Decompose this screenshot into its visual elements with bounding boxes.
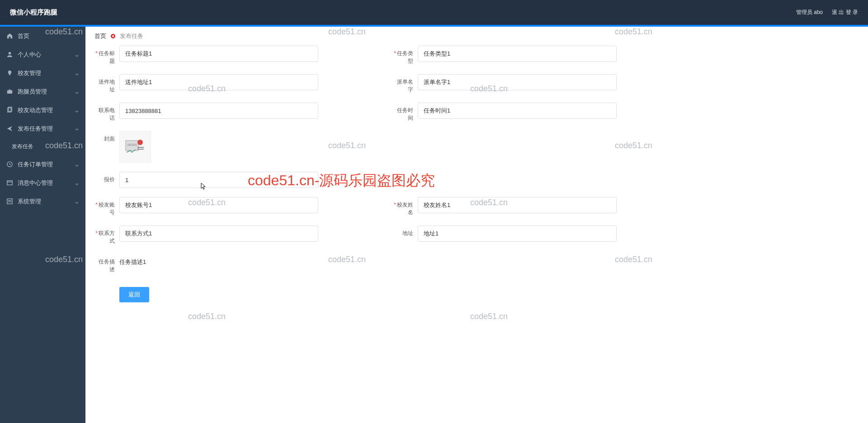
news-image-icon: NEWS	[124, 138, 146, 156]
alumni-account-input[interactable]	[119, 197, 318, 213]
sidebar-item-system[interactable]: 系统管理	[0, 192, 85, 211]
contact-way-label: *联系方式	[94, 226, 119, 245]
send-icon	[6, 125, 13, 132]
svg-text:NEWS: NEWS	[127, 143, 137, 146]
breadcrumb: 首页 发布任务	[85, 27, 868, 46]
svg-point-14	[112, 35, 114, 37]
list-icon	[6, 198, 13, 205]
back-button[interactable]: 返回	[119, 287, 149, 302]
logout-link[interactable]: 退 出 登 录	[832, 9, 858, 16]
address-input[interactable]	[418, 226, 617, 242]
cover-image[interactable]: NEWS	[119, 131, 151, 163]
sidebar-item-alumni-news[interactable]: 校友动态管理	[0, 101, 85, 119]
svg-rect-10	[7, 199, 12, 204]
sidebar-item-label: 消息中心管理	[18, 179, 75, 187]
alumni-account-label: *校友账号	[94, 197, 119, 216]
sidebar-item-publish-task[interactable]: 发布任务管理	[0, 119, 85, 138]
sidebar-item-task-order[interactable]: 任务订单管理	[0, 155, 85, 174]
task-time-label: 任务时间	[393, 103, 418, 122]
sidebar-subitem-publish-task[interactable]: 发布任务	[0, 138, 85, 155]
cover-label: 封面	[94, 131, 119, 143]
sidebar-item-label: 校友动态管理	[18, 106, 75, 114]
task-title-label: *任务标题	[94, 46, 119, 65]
task-title-input[interactable]	[119, 46, 318, 62]
chevron-down-icon	[75, 199, 79, 204]
clock-icon	[6, 161, 13, 168]
svg-point-1	[8, 70, 12, 74]
sidebar-item-label: 发布任务管理	[18, 125, 75, 133]
sidebar-item-message-center[interactable]: 消息中心管理	[0, 174, 85, 192]
alumni-name-input[interactable]	[418, 197, 617, 213]
price-input[interactable]	[119, 172, 318, 188]
sidebar-item-home[interactable]: 首页	[0, 27, 85, 45]
app-header: 微信小程序跑腿 管理员 abo 退 出 登 录	[0, 0, 868, 25]
bulb-icon	[6, 70, 13, 76]
sidebar-item-profile[interactable]: 个人中心	[0, 45, 85, 64]
alumni-name-label: *校友姓名	[393, 197, 418, 216]
sidebar-item-alumni[interactable]: 校友管理	[0, 64, 85, 82]
sidebar-subitem-label: 发布任务	[12, 143, 33, 150]
task-time-input[interactable]	[418, 103, 617, 119]
breadcrumb-separator-icon	[110, 33, 116, 39]
window-icon	[6, 179, 13, 186]
svg-point-0	[9, 52, 11, 55]
task-desc-label: 任务描述	[94, 254, 119, 273]
admin-label[interactable]: 管理员 abo	[796, 9, 823, 16]
chevron-up-icon	[75, 127, 79, 131]
main-content: 首页 发布任务 *任务标题 *任务类型 送件地址	[85, 27, 868, 423]
breadcrumb-home[interactable]: 首页	[94, 32, 106, 40]
briefcase-icon	[6, 88, 13, 95]
dispatcher-name-input[interactable]	[418, 74, 617, 90]
price-label: 报价	[94, 172, 119, 183]
contact-way-input[interactable]	[119, 226, 318, 242]
form: *任务标题 *任务类型 送件地址 派单名字	[85, 46, 868, 311]
svg-rect-19	[137, 149, 144, 150]
task-type-input[interactable]	[418, 46, 617, 62]
contact-phone-input[interactable]	[119, 103, 318, 119]
chevron-down-icon	[75, 71, 79, 75]
app-title: 微信小程序跑腿	[10, 8, 57, 17]
task-type-label: *任务类型	[393, 46, 418, 65]
chevron-down-icon	[75, 162, 79, 167]
sidebar-item-label: 校友管理	[18, 69, 75, 77]
sidebar-item-label: 任务订单管理	[18, 160, 75, 169]
sidebar: 首页 个人中心 校友管理 跑腿员管理 校友动态管理 发布任务管理	[0, 27, 85, 423]
contact-phone-label: 联系电话	[94, 103, 119, 122]
header-right: 管理员 abo 退 出 登 录	[796, 9, 858, 16]
home-icon	[6, 33, 13, 39]
chevron-down-icon	[75, 52, 79, 57]
sidebar-item-label: 系统管理	[18, 197, 75, 206]
address-label: 地址	[393, 226, 418, 237]
chevron-down-icon	[75, 89, 79, 94]
delivery-addr-label: 送件地址	[94, 74, 119, 94]
dispatcher-name-label: 派单名字	[393, 74, 418, 94]
copy-icon	[6, 107, 13, 113]
sidebar-item-label: 首页	[18, 32, 79, 40]
svg-point-17	[137, 140, 143, 145]
chevron-down-icon	[75, 108, 79, 113]
delivery-addr-input[interactable]	[119, 74, 318, 90]
sidebar-item-label: 跑腿员管理	[18, 88, 75, 96]
breadcrumb-current: 发布任务	[120, 32, 143, 40]
sidebar-item-label: 个人中心	[18, 51, 75, 59]
svg-rect-2	[9, 74, 11, 75]
user-icon	[6, 51, 13, 58]
sidebar-item-runner[interactable]: 跑腿员管理	[0, 82, 85, 101]
svg-rect-3	[7, 90, 12, 94]
task-desc-value: 任务描述1	[119, 254, 146, 266]
chevron-down-icon	[75, 181, 79, 185]
svg-rect-4	[9, 89, 11, 90]
svg-rect-18	[137, 147, 144, 148]
svg-rect-8	[7, 181, 12, 185]
